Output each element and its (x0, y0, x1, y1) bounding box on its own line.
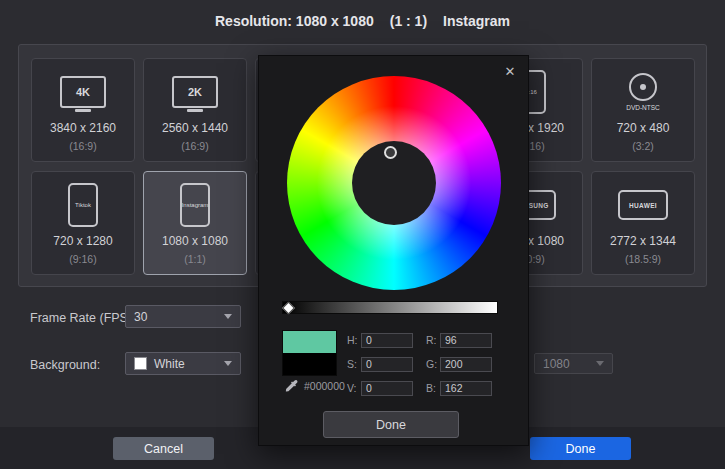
current-color-swatch (283, 353, 336, 375)
brightness-slider[interactable] (282, 301, 498, 314)
done-button[interactable]: Done (530, 437, 631, 460)
chevron-down-icon (224, 314, 232, 319)
preset-card-instagram[interactable]: Instagram 1080 x 1080 (1:1) (143, 171, 247, 275)
preset-resolution: 2560 x 1440 (162, 121, 228, 135)
preset-resolution: 3840 x 2160 (50, 121, 116, 135)
preset-ratio: (9:16) (69, 253, 96, 265)
hue-input[interactable] (361, 333, 413, 348)
color-value-fields: H: R: S: G: V: B: (347, 332, 492, 404)
height-dropdown[interactable]: 1080 (534, 353, 613, 374)
icon-label: DVD-NTSC (626, 104, 660, 111)
preset-ratio: (16:9) (181, 140, 208, 152)
monitor-icon: 4K (60, 76, 106, 108)
icon-label: Instagram (182, 202, 209, 208)
frame-rate-label: Frame Rate (FPS): (30, 311, 136, 325)
preset-card-4k[interactable]: 4K 3840 x 2160 (16:9) (31, 58, 135, 162)
preset-resolution: 1080 x 1080 (162, 234, 228, 248)
hex-value: #000000 (304, 380, 345, 392)
color-preview (282, 330, 337, 376)
blue-input[interactable] (440, 381, 492, 396)
eyedropper-row: #000000 (284, 379, 345, 393)
header-resolution-text: Resolution: 1080 x 1080 (215, 13, 374, 29)
preset-card-huawei[interactable]: HUAWEI 2772 x 1344 (18.5:9) (591, 171, 695, 275)
eyedropper-icon[interactable] (284, 379, 298, 393)
preset-ratio: (18.5:9) (625, 253, 661, 265)
close-icon[interactable]: ✕ (502, 63, 518, 79)
background-label: Background: (30, 358, 100, 372)
preset-card-tiktok[interactable]: Tiktok 720 x 1280 (9:16) (31, 171, 135, 275)
resolution-settings-dialog: Resolution: 1080 x 1080 (1 : 1) Instagra… (0, 0, 725, 469)
preset-resolution: 2772 x 1344 (610, 234, 676, 248)
frame-rate-value: 30 (134, 310, 218, 324)
background-value: White (154, 357, 218, 371)
header-preset-text: Instagram (443, 13, 510, 29)
value-input[interactable] (361, 381, 413, 396)
hue-label: H: (347, 334, 361, 346)
chevron-down-icon (596, 361, 604, 366)
green-input[interactable] (440, 357, 492, 372)
icon-label: 2K (188, 86, 202, 98)
icon-label: 4K (76, 86, 90, 98)
icon-label: HUAWEI (629, 202, 657, 209)
chevron-down-icon (224, 361, 232, 366)
picker-done-button[interactable]: Done (323, 411, 459, 438)
value-label: V: (347, 382, 361, 394)
preset-resolution: 720 x 1280 (53, 234, 112, 248)
cancel-button[interactable]: Cancel (113, 437, 214, 460)
icon-label: Tiktok (75, 202, 91, 208)
background-color-swatch (134, 357, 147, 370)
new-color-swatch (283, 331, 336, 353)
background-dropdown[interactable]: White (125, 352, 241, 375)
red-input[interactable] (440, 333, 492, 348)
phone-icon: Tiktok (68, 183, 98, 227)
color-wheel-selector[interactable] (384, 146, 397, 159)
red-label: R: (426, 334, 440, 346)
height-value: 1080 (543, 357, 590, 371)
header-ratio-text: (1 : 1) (390, 13, 427, 29)
preset-card-dvd-ntsc[interactable]: DVD-NTSC 720 x 480 (3:2) (591, 58, 695, 162)
saturation-input[interactable] (361, 357, 413, 372)
preset-ratio: (3:2) (632, 140, 654, 152)
monitor-icon: 2K (172, 76, 218, 108)
preset-ratio: (16:9) (69, 140, 96, 152)
phone-icon: Instagram (180, 183, 210, 227)
dialog-header: Resolution: 1080 x 1080 (1 : 1) Instagra… (0, 0, 725, 42)
saturation-label: S: (347, 358, 361, 370)
preset-resolution: 720 x 480 (617, 121, 670, 135)
phone-icon: HUAWEI (618, 190, 668, 220)
blue-label: B: (426, 382, 440, 394)
brightness-slider-handle[interactable] (282, 301, 295, 314)
color-wheel[interactable] (287, 76, 501, 290)
frame-rate-dropdown[interactable]: 30 (125, 305, 241, 328)
green-label: G: (426, 358, 440, 370)
color-picker-dialog: ✕ #000000 H: R: S: (258, 55, 529, 446)
disc-icon (629, 73, 657, 101)
preset-ratio: (1:1) (184, 253, 206, 265)
preset-card-2k[interactable]: 2K 2560 x 1440 (16:9) (143, 58, 247, 162)
